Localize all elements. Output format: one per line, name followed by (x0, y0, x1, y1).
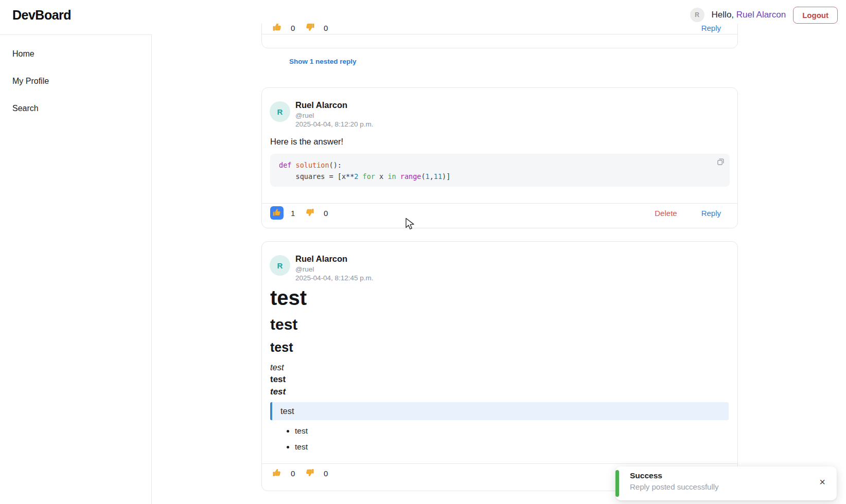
sidebar-item-home[interactable]: Home (0, 40, 151, 67)
reaction-row: 1 0 Delete Reply (270, 206, 721, 220)
bullet-list: test test (270, 426, 729, 452)
app-logo: DevBoard (12, 8, 71, 23)
toast-message: Reply posted successfully (630, 482, 719, 491)
sidebar: Home My Profile Search (0, 34, 152, 504)
dislike-button[interactable] (303, 466, 316, 480)
close-icon[interactable]: × (815, 475, 830, 489)
like-count: 1 (291, 209, 296, 218)
like-button[interactable] (270, 206, 284, 220)
thumbs-down-icon (305, 24, 315, 33)
thumbs-down-icon (305, 468, 314, 479)
comment-timestamp: 2025-04-04, 8:12:20 p.m. (295, 120, 374, 128)
show-nested-reply-link[interactable]: Show 1 nested reply (289, 58, 357, 65)
comment-card: R Ruel Alarcon @ruel 2025-04-04, 8:12:45… (261, 241, 738, 491)
comment-handle: @ruel (295, 112, 314, 119)
comment-author: Ruel Alarcon (295, 100, 347, 110)
like-button[interactable] (270, 24, 284, 34)
greeting-prefix: Hello, (712, 10, 734, 20)
header-avatar: R (690, 8, 704, 22)
italic-text: test (270, 361, 729, 373)
reply-button[interactable]: Reply (701, 209, 721, 218)
avatar: R (270, 255, 290, 276)
list-item: test (295, 426, 729, 436)
reaction-row: 0 0 Reply (270, 24, 721, 34)
thumbs-up-icon (272, 468, 281, 479)
blockquote: test (270, 402, 729, 420)
toast-title: Success (630, 471, 662, 480)
heading-3: test (270, 339, 729, 355)
dislike-count: 0 (324, 469, 329, 478)
logout-button[interactable]: Logout (793, 7, 838, 24)
comment-body: Here is the answer! (270, 137, 343, 147)
sidebar-item-my-profile[interactable]: My Profile (0, 67, 151, 95)
list-item: test (295, 442, 729, 452)
main-content: 0 0 Reply Show 1 nested reply R (152, 24, 846, 504)
comment-card: R Ruel Alarcon @ruel 2025-04-04, 8:12:20… (261, 87, 738, 228)
greeting-text: Hello, Ruel Alarcon (712, 10, 786, 20)
comment-timestamp: 2025-04-04, 8:12:45 p.m. (295, 274, 374, 282)
code-block: def solution(): squares = [x**2 for x in… (270, 154, 730, 187)
bold-italic-text: test (270, 386, 729, 398)
heading-2: test (270, 315, 729, 334)
sidebar-item-search[interactable]: Search (0, 95, 151, 122)
code-content: def solution(): squares = [x**2 for x in… (279, 159, 730, 182)
divider (262, 463, 737, 464)
copy-icon (716, 157, 725, 168)
like-count: 0 (291, 24, 296, 32)
thumbs-down-icon (305, 208, 314, 219)
delete-button[interactable]: Delete (655, 209, 677, 218)
divider (262, 203, 737, 204)
like-button[interactable] (270, 466, 284, 480)
success-toast: Success Reply posted successfully × (615, 466, 837, 500)
toast-status-bar (615, 470, 619, 497)
user-name-link[interactable]: Ruel Alarcon (736, 10, 786, 20)
thumbs-up-icon (272, 208, 281, 219)
dislike-count: 0 (324, 209, 329, 218)
like-count: 0 (291, 469, 296, 478)
divider (262, 34, 737, 34)
app-window: DevBoard R Hello, Ruel Alarcon Logout Ho… (0, 0, 846, 504)
top-header: DevBoard R Hello, Ruel Alarcon Logout (0, 0, 846, 24)
dislike-count: 0 (324, 24, 329, 32)
comment-author: Ruel Alarcon (295, 254, 347, 264)
dislike-button[interactable] (303, 206, 316, 220)
avatar: R (270, 101, 290, 122)
header-user-area: R Hello, Ruel Alarcon Logout (690, 7, 838, 24)
comment-card-partial: 0 0 Reply (261, 24, 738, 48)
copy-code-button[interactable] (714, 156, 727, 169)
bold-text: test (270, 373, 729, 386)
comment-handle: @ruel (295, 265, 314, 273)
thumbs-up-icon (272, 24, 282, 33)
comment-rich-body: test test test test test test test test … (270, 286, 729, 458)
dislike-button[interactable] (303, 24, 316, 34)
heading-1: test (270, 286, 729, 310)
reply-button[interactable]: Reply (701, 24, 721, 32)
